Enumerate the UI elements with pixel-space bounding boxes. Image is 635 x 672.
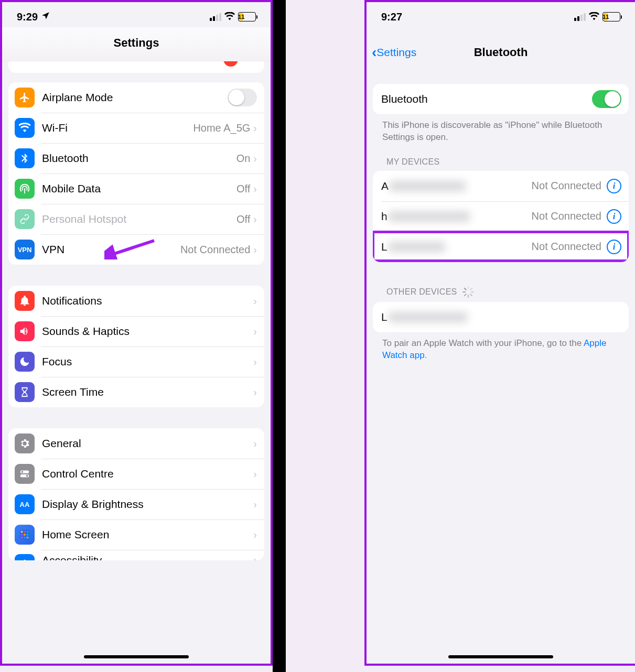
nav-header: ‹ Settings Bluetooth: [367, 37, 635, 68]
svg-rect-12: [24, 537, 26, 539]
device-row[interactable]: LNot Connectedi: [373, 232, 629, 262]
grid-icon: [15, 525, 35, 545]
antenna-icon: [15, 179, 35, 199]
row-value: Home A_5G: [193, 122, 250, 134]
row-value: Off: [236, 213, 250, 225]
row-home-screen[interactable]: Home Screen›: [8, 519, 264, 550]
svg-rect-8: [21, 534, 23, 536]
row-label: Sounds & Haptics: [42, 325, 253, 338]
row-personal-hotspot[interactable]: Personal HotspotOff›: [8, 204, 264, 234]
bluetooth-icon: [15, 148, 35, 168]
row-label: Screen Time: [42, 386, 253, 398]
chevron-right-icon: ›: [253, 213, 257, 225]
back-button[interactable]: ‹ Settings: [372, 37, 416, 68]
svg-point-1: [21, 471, 24, 473]
chevron-right-icon: ›: [253, 183, 257, 195]
row-value: On: [236, 153, 251, 165]
svg-rect-5: [21, 531, 23, 533]
bluetooth-toggle[interactable]: [592, 90, 621, 108]
other-device-row[interactable]: L: [373, 302, 629, 332]
svg-rect-10: [27, 534, 29, 536]
wifi-icon: [589, 11, 599, 23]
device-row[interactable]: hNot Connectedi: [373, 201, 629, 232]
status-bar: 9:27 11: [367, 2, 635, 27]
page-title: Bluetooth: [474, 46, 528, 59]
row-bluetooth[interactable]: BluetoothOn›: [8, 143, 264, 174]
chevron-right-icon: ›: [253, 244, 257, 256]
row-display-brightness[interactable]: AADisplay & Brightness›: [8, 489, 264, 519]
gear-icon: [15, 433, 35, 453]
svg-line-15: [110, 241, 154, 255]
row-notifications[interactable]: Notifications›: [8, 286, 264, 316]
row-label: Focus: [42, 355, 253, 368]
hourglass-icon: [15, 382, 35, 402]
page-title: Settings: [114, 36, 159, 50]
row-label: Bluetooth: [42, 152, 236, 165]
device-name: A: [381, 180, 532, 192]
device-name: L: [381, 311, 621, 323]
switches-icon: [15, 464, 35, 484]
device-status: Not Connected: [532, 210, 601, 222]
info-button[interactable]: i: [607, 179, 621, 193]
device-name: L: [381, 241, 532, 253]
aa-icon: AA: [15, 494, 35, 514]
chevron-right-icon: ›: [253, 122, 257, 134]
bluetooth-toggle-row: Bluetooth: [373, 84, 629, 114]
row-label: Control Centre: [42, 468, 253, 480]
svg-rect-7: [27, 531, 29, 533]
home-indicator: [448, 655, 553, 658]
home-indicator: [84, 655, 189, 658]
chevron-right-icon: ›: [253, 498, 257, 511]
device-name: h: [381, 210, 532, 223]
chevron-right-icon: ›: [253, 438, 257, 450]
row-label: Display & Brightness: [42, 498, 253, 511]
device-status: Not Connected: [532, 180, 601, 192]
wifi-icon: [224, 11, 235, 23]
chevron-right-icon: ›: [253, 554, 257, 560]
status-bar: 9:29 11: [2, 2, 271, 27]
svg-rect-6: [24, 531, 26, 533]
row-mobile-data[interactable]: Mobile DataOff›: [8, 174, 264, 204]
separator-gap: [273, 0, 286, 672]
row-value: Not Connected: [180, 244, 250, 256]
row-focus[interactable]: Focus›: [8, 346, 264, 377]
location-icon: [41, 11, 50, 23]
accessibility-icon: [15, 554, 35, 560]
row-label: Mobile Data: [42, 182, 236, 195]
airplane-icon: [15, 88, 35, 107]
wifi-icon: [15, 118, 35, 138]
bluetooth-toggle-label: Bluetooth: [381, 93, 592, 105]
chevron-right-icon: ›: [253, 326, 257, 338]
nav-header: Settings: [2, 27, 271, 59]
info-button[interactable]: i: [607, 240, 621, 254]
row-airplane-mode[interactable]: Airplane Mode: [8, 82, 264, 113]
row-general[interactable]: General›: [8, 428, 264, 459]
row-sounds-haptics[interactable]: Sounds & Haptics›: [8, 316, 264, 346]
airplane-mode-toggle[interactable]: [228, 89, 257, 106]
battery-icon: 11: [238, 12, 256, 21]
row-accessibility[interactable]: Accessibility›: [8, 550, 264, 560]
svg-rect-11: [21, 537, 23, 539]
info-button[interactable]: i: [607, 209, 621, 224]
partial-card-above: [8, 61, 264, 73]
spinner-icon: [462, 286, 474, 298]
other-devices-header: OTHER DEVICES: [373, 286, 629, 302]
row-label: Airplane Mode: [42, 91, 228, 104]
annotation-arrow: [104, 239, 157, 259]
svg-rect-13: [27, 537, 29, 539]
row-wifi[interactable]: Wi-FiHome A_5G›: [8, 113, 264, 143]
row-label: Wi-Fi: [42, 122, 193, 134]
row-control-centre[interactable]: Control Centre›: [8, 459, 264, 489]
device-row[interactable]: ANot Connectedi: [373, 171, 629, 201]
svg-point-3: [26, 475, 28, 477]
chevron-right-icon: ›: [253, 356, 257, 368]
device-status: Not Connected: [532, 241, 601, 253]
chevron-right-icon: ›: [253, 295, 257, 307]
back-label: Settings: [376, 46, 416, 59]
vpn-icon: VPN: [15, 240, 35, 259]
row-screen-time[interactable]: Screen Time›: [8, 377, 264, 407]
speaker-icon: [15, 321, 35, 341]
pair-footer-text: To pair an Apple Watch with your iPhone,…: [373, 332, 629, 375]
phone-right-bluetooth: 9:27 11 ‹ Settings Bluetooth Blu: [364, 0, 635, 666]
cellular-signal-icon: [210, 13, 221, 21]
